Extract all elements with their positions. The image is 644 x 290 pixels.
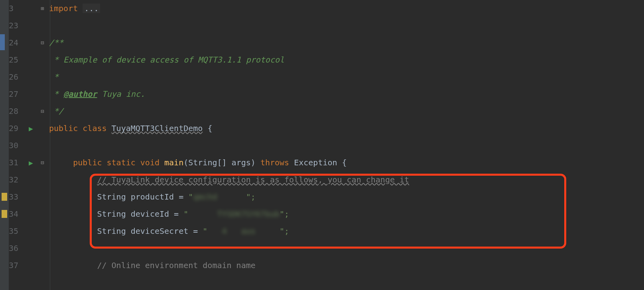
warning-marker[interactable] xyxy=(2,193,7,201)
line-number: 27 xyxy=(9,86,24,103)
var-productid: productId xyxy=(131,192,174,202)
line-number: 24 xyxy=(9,34,24,51)
run-class-icon[interactable]: ▶ xyxy=(29,120,33,137)
line-number: 31 xyxy=(9,154,24,171)
folded-imports[interactable]: ... xyxy=(83,4,100,13)
keyword-public: public xyxy=(49,123,78,133)
main-params: (String[] args) xyxy=(183,158,256,167)
comment-config: // TuyaLink device configuration is as f… xyxy=(97,175,409,184)
var-deviceid: deviceId xyxy=(131,209,169,219)
doc-comment-line: * Example of device access of MQTT3.1.1 … xyxy=(49,55,284,65)
line-number: 35 xyxy=(9,223,24,240)
fold-icon-collapse[interactable]: ⊟ xyxy=(41,103,44,120)
line-marker[interactable] xyxy=(0,34,5,50)
type-string: String xyxy=(97,226,130,236)
doc-author-tag: @author xyxy=(63,89,97,99)
line-number: 23 xyxy=(9,17,24,34)
line-number: 3 xyxy=(9,0,24,17)
keyword-class: class xyxy=(83,123,106,133)
doc-author-name: Tuya inc. xyxy=(97,89,145,99)
fold-column: ⊞ ⊟ ⊟ ⊟ xyxy=(41,0,49,290)
doc-comment-line: * xyxy=(49,89,63,99)
keyword-void: void xyxy=(140,158,160,167)
line-number: 32 xyxy=(9,171,24,188)
line-number: 26 xyxy=(9,69,24,86)
doc-comment-close: */ xyxy=(49,106,63,116)
run-main-icon[interactable]: ▶ xyxy=(29,154,33,171)
comment-domain: // Online environment domain name xyxy=(97,261,255,270)
exception-name: Exception { xyxy=(294,158,347,167)
fold-icon-expand[interactable]: ⊞ xyxy=(41,0,44,17)
brace-open: { xyxy=(203,123,212,133)
deviceid-value-redacted: TYSDK7SY67bub xyxy=(188,209,280,219)
fold-icon-collapse[interactable]: ⊟ xyxy=(41,34,44,51)
keyword-static: static xyxy=(107,158,136,167)
run-icons-column: ▶ ▶ xyxy=(29,0,41,290)
var-devicesecret: deviceSecret xyxy=(131,226,189,236)
type-string: String xyxy=(97,209,130,219)
class-name: TuyaMQTT3ClientDemo xyxy=(112,123,203,133)
line-number: 34 xyxy=(9,206,24,223)
line-number: 25 xyxy=(9,51,24,69)
warning-marker[interactable] xyxy=(2,210,7,218)
doc-comment-open: /** xyxy=(49,38,63,47)
type-string: String xyxy=(97,192,130,202)
code-editor-area[interactable]: import ... /** * Example of device acces… xyxy=(49,0,644,290)
productid-value-redacted: qmchd xyxy=(193,192,246,202)
line-number: 30 xyxy=(9,137,24,154)
doc-comment-line: * xyxy=(49,72,59,82)
fold-icon-collapse[interactable]: ⊟ xyxy=(41,154,44,171)
editor-left-margin xyxy=(0,0,9,290)
line-numbers: 3 23 24 25 26 27 28 29 30 31 32 33 34 35… xyxy=(9,0,29,290)
line-number: 33 xyxy=(9,188,24,206)
keyword-throws: throws xyxy=(260,158,289,167)
keyword-import: import xyxy=(49,4,83,13)
line-number: 36 xyxy=(9,240,24,257)
keyword-public: public xyxy=(73,158,102,167)
method-main: main xyxy=(164,158,183,167)
line-number: 28 xyxy=(9,103,24,120)
devicesecret-value-redacted: 4 aus xyxy=(207,226,280,236)
gutter: 3 23 24 25 26 27 28 29 30 31 32 33 34 35… xyxy=(9,0,49,290)
line-number: 29 xyxy=(9,120,24,137)
line-number: 37 xyxy=(9,257,24,274)
